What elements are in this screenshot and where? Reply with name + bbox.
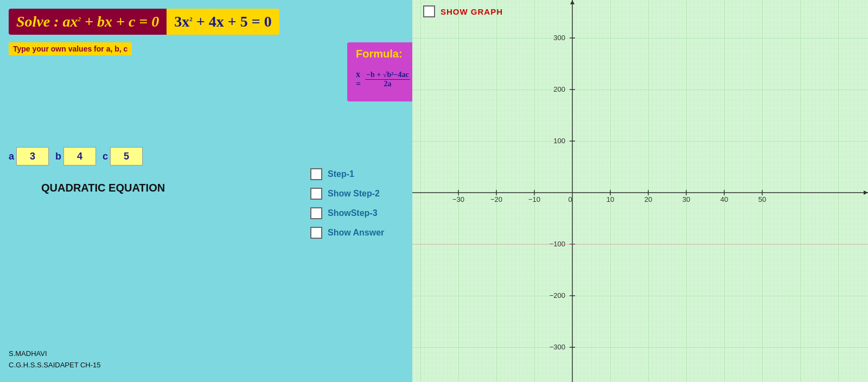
- footer: S.MADHAVI C.G.H.S.S.SAIDAPET CH-15: [9, 348, 101, 371]
- svg-text:30: 30: [682, 195, 690, 203]
- left-panel: Solve : ax2 + bx + c = 0 3x2 + 4x + 5 = …: [0, 0, 412, 382]
- input-a[interactable]: [16, 147, 49, 165]
- svg-text:40: 40: [720, 195, 728, 203]
- show-graph-checkbox[interactable]: [423, 5, 435, 17]
- checkbox-step3[interactable]: ShowStep-3: [310, 207, 384, 219]
- svg-text:−300: −300: [550, 343, 565, 351]
- checkbox-answer-box[interactable]: [310, 227, 322, 239]
- footer-line1: S.MADHAVI: [9, 348, 101, 360]
- formula-fraction-1: −b + √b²−4ac 2a: [365, 71, 410, 88]
- equation-display: 3x2 + 4x + 5 = 0: [167, 9, 279, 35]
- svg-text:−200: −200: [550, 291, 565, 300]
- svg-text:0: 0: [568, 195, 572, 203]
- inputs-row: a b c: [9, 147, 404, 165]
- checkbox-answer[interactable]: Show Answer: [310, 227, 384, 239]
- svg-rect-2: [412, 0, 868, 382]
- checkbox-step3-box[interactable]: [310, 207, 322, 219]
- show-graph-label: SHOW GRAPH: [441, 7, 503, 16]
- svg-text:10: 10: [607, 195, 614, 203]
- graph-area: −30 −20 −10 0 10 20 30 40 50: [412, 0, 868, 382]
- svg-text:50: 50: [758, 195, 766, 203]
- checkbox-step1-box[interactable]: [310, 168, 322, 180]
- solve-label: Solve : ax2 + bx + c = 0: [9, 9, 167, 35]
- checkbox-step3-label: ShowStep-3: [328, 208, 378, 218]
- right-panel: SHOW GRAPH: [412, 0, 868, 382]
- svg-text:−10: −10: [528, 195, 540, 203]
- svg-text:300: 300: [553, 34, 565, 42]
- footer-line2: C.G.H.S.S.SAIDAPET CH-15: [9, 360, 101, 371]
- checkbox-step2-box[interactable]: [310, 188, 322, 200]
- input-c[interactable]: [110, 147, 143, 165]
- title-row: Solve : ax2 + bx + c = 0 3x2 + 4x + 5 = …: [9, 9, 404, 35]
- checkbox-step1-label: Step-1: [328, 169, 354, 179]
- svg-text:100: 100: [553, 137, 565, 145]
- label-c: c: [103, 151, 108, 162]
- checkbox-step2-label: Show Step-2: [328, 189, 380, 199]
- svg-text:−20: −20: [490, 195, 502, 203]
- label-a: a: [9, 151, 14, 162]
- show-graph-row[interactable]: SHOW GRAPH: [423, 5, 503, 17]
- input-group-c: c: [103, 147, 143, 165]
- checkbox-step2[interactable]: Show Step-2: [310, 188, 384, 200]
- input-group-b: b: [55, 147, 96, 165]
- svg-text:20: 20: [644, 195, 652, 203]
- graph-svg: −30 −20 −10 0 10 20 30 40 50: [412, 0, 868, 382]
- svg-text:−30: −30: [452, 195, 464, 203]
- input-group-a: a: [9, 147, 49, 165]
- label-b: b: [55, 151, 61, 162]
- input-b[interactable]: [63, 147, 96, 165]
- hint-text: Type your own values for a, b, c: [9, 42, 132, 55]
- svg-text:200: 200: [553, 85, 565, 93]
- checkbox-step1[interactable]: Step-1: [310, 168, 384, 180]
- checkbox-answer-label: Show Answer: [328, 228, 384, 238]
- checkboxes-area: Step-1 Show Step-2 ShowStep-3 Show Answe…: [310, 168, 384, 239]
